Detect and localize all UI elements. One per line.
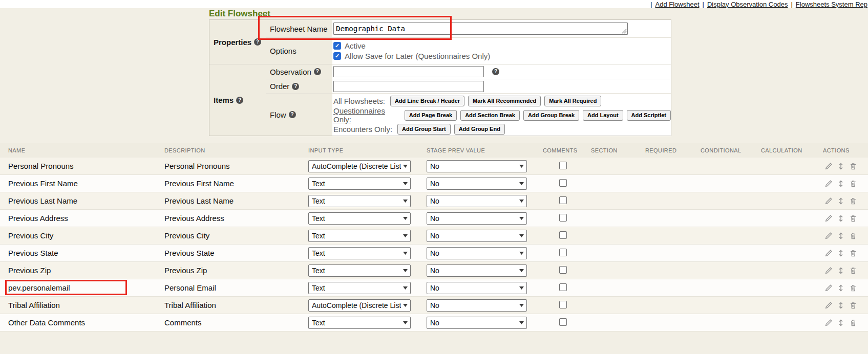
dropdown-caret-icon <box>519 165 524 168</box>
move-up-down-icon[interactable] <box>837 249 844 257</box>
move-up-down-icon[interactable] <box>837 214 844 223</box>
item-name: Previous City <box>8 231 53 240</box>
stage-prev-value-select[interactable]: No <box>427 195 527 207</box>
add-group-end-button[interactable]: Add Group End <box>454 124 505 135</box>
top-link-add-flowsheet[interactable]: Add Flowsheet <box>655 1 700 8</box>
edit-icon[interactable] <box>824 249 833 257</box>
edit-icon[interactable] <box>824 232 833 240</box>
input-type-select[interactable]: AutoComplete (Discrete List) <box>308 299 411 312</box>
delete-icon[interactable] <box>849 232 857 240</box>
questionnaires-only-label[interactable]: Questionnaires Only: <box>333 106 399 124</box>
stage-prev-value-select[interactable]: No <box>427 230 527 242</box>
help-icon[interactable]: ? <box>236 97 243 104</box>
observation-label: Observation <box>270 68 311 76</box>
edit-icon[interactable] <box>824 162 833 170</box>
move-up-down-icon[interactable] <box>837 267 844 275</box>
stage-prev-value-select[interactable]: No <box>427 212 527 225</box>
comments-checkbox[interactable] <box>559 249 567 256</box>
edit-flowsheet-form: Edit Flowsheet Properties ? Flowsheet Na… <box>209 8 671 136</box>
add-line-break-header-button[interactable]: Add Line Break / Header <box>390 96 464 106</box>
table-row: Previous State Previous State Text No <box>0 245 868 262</box>
stage-prev-value-select[interactable]: No <box>427 247 527 259</box>
delete-icon[interactable] <box>849 319 857 327</box>
top-link-display-observation-codes[interactable]: Display Observation Codes <box>707 1 788 8</box>
delete-icon[interactable] <box>849 162 857 170</box>
comments-checkbox[interactable] <box>559 179 567 187</box>
move-up-down-icon[interactable] <box>837 197 844 205</box>
move-up-down-icon[interactable] <box>837 232 844 240</box>
move-up-down-icon[interactable] <box>837 319 844 327</box>
add-section-break-button[interactable]: Add Section Break <box>460 110 520 121</box>
edit-icon[interactable] <box>824 301 833 309</box>
delete-icon[interactable] <box>849 267 857 275</box>
order-input[interactable] <box>333 81 484 92</box>
edit-icon[interactable] <box>824 267 833 275</box>
item-description: Previous City <box>164 231 308 240</box>
input-type-select[interactable]: Text <box>308 212 411 225</box>
input-type-select[interactable]: Text <box>308 264 411 277</box>
header-description: DESCRIPTION <box>164 147 308 153</box>
edit-icon[interactable] <box>824 214 833 223</box>
resize-grip-icon[interactable] <box>621 28 627 34</box>
stage-prev-value-select[interactable]: No <box>427 160 527 172</box>
comments-checkbox[interactable] <box>559 266 567 274</box>
observation-help-icon[interactable]: ? <box>492 68 499 75</box>
comments-checkbox[interactable] <box>559 214 567 222</box>
mark-all-recommended-button[interactable]: Mark All Recommended <box>468 96 541 106</box>
stage-prev-value-select[interactable]: No <box>427 282 527 294</box>
edit-icon[interactable] <box>824 319 833 327</box>
add-layout-button[interactable]: Add Layout <box>583 110 623 121</box>
input-type-select[interactable]: Text <box>308 282 411 294</box>
stage-prev-value: No <box>430 197 517 205</box>
delete-icon[interactable] <box>849 197 857 205</box>
help-icon[interactable]: ? <box>254 38 261 46</box>
flowsheet-name-input[interactable]: Demographic Data <box>333 23 628 35</box>
input-type-select[interactable]: Text <box>308 317 411 329</box>
move-up-down-icon[interactable] <box>837 301 844 309</box>
help-icon[interactable]: ? <box>314 68 321 75</box>
move-up-down-icon[interactable] <box>837 284 844 292</box>
delete-icon[interactable] <box>849 284 857 292</box>
comments-checkbox[interactable] <box>559 231 567 239</box>
flowsheet-properties-table: Properties ? Flowsheet Name Demographic … <box>209 19 671 136</box>
add-page-break-button[interactable]: Add Page Break <box>405 110 457 121</box>
stage-prev-value-select[interactable]: No <box>427 178 527 190</box>
delete-icon[interactable] <box>849 301 857 309</box>
edit-icon[interactable] <box>824 284 833 292</box>
input-type-select[interactable]: Text <box>308 247 411 259</box>
delete-icon[interactable] <box>849 180 857 188</box>
input-type-select[interactable]: AutoComplete (Discrete List) <box>308 160 411 172</box>
add-scriptlet-button[interactable]: Add Scriptlet <box>627 110 671 121</box>
top-nav: | Add Flowsheet | Display Observation Co… <box>0 0 868 8</box>
stage-prev-value-select[interactable]: No <box>427 264 527 277</box>
move-up-down-icon[interactable] <box>837 180 844 188</box>
input-type-select[interactable]: Text <box>308 178 411 190</box>
flowsheet-name-value: Demographic Data <box>336 25 405 33</box>
delete-icon[interactable] <box>849 249 857 257</box>
active-checkbox[interactable]: ✓ <box>333 42 341 50</box>
comments-checkbox[interactable] <box>559 162 567 169</box>
header-actions: ACTIONS <box>823 147 868 153</box>
add-group-start-button[interactable]: Add Group Start <box>397 124 451 135</box>
add-group-break-button[interactable]: Add Group Break <box>523 110 579 121</box>
comments-checkbox[interactable] <box>559 301 567 308</box>
move-up-down-icon[interactable] <box>837 162 844 170</box>
link-separator: | <box>650 1 652 8</box>
input-type-select[interactable]: Text <box>308 230 411 242</box>
stage-prev-value-select[interactable]: No <box>427 299 527 312</box>
comments-checkbox[interactable] <box>559 196 567 204</box>
allow-save-for-later-checkbox[interactable]: ✓ <box>333 52 341 60</box>
observation-input[interactable] <box>333 66 484 77</box>
help-icon[interactable]: ? <box>289 111 296 118</box>
comments-checkbox[interactable] <box>559 318 567 326</box>
input-type-select[interactable]: Text <box>308 195 411 207</box>
table-row: Tribal Affiliation Tribal Affiliation Au… <box>0 297 868 314</box>
edit-icon[interactable] <box>824 180 833 188</box>
edit-icon[interactable] <box>824 197 833 205</box>
comments-checkbox[interactable] <box>559 283 567 291</box>
top-link-flowsheets-system-report[interactable]: Flowsheets System Rep <box>796 1 867 8</box>
delete-icon[interactable] <box>849 214 857 223</box>
mark-all-required-button[interactable]: Mark All Required <box>544 96 601 106</box>
stage-prev-value-select[interactable]: No <box>427 317 527 329</box>
help-icon[interactable]: ? <box>292 83 299 90</box>
